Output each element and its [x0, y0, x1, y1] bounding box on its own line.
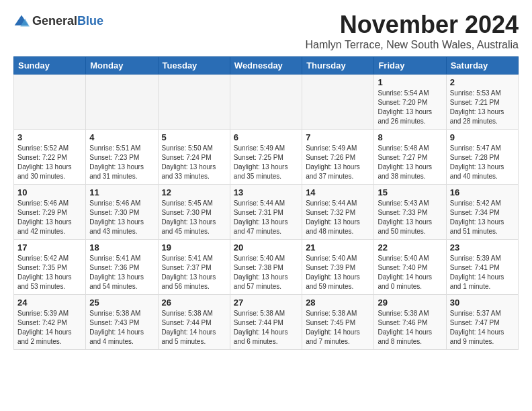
calendar-cell: 25Sunrise: 5:38 AM Sunset: 7:43 PM Dayli… — [86, 295, 158, 350]
day-number: 17 — [17, 242, 82, 253]
day-info: Sunrise: 5:39 AM Sunset: 7:42 PM Dayligh… — [17, 309, 82, 347]
day-number: 15 — [378, 187, 442, 197]
calendar-cell: 4Sunrise: 5:51 AM Sunset: 7:23 PM Daylig… — [86, 130, 158, 185]
day-number: 28 — [306, 298, 370, 308]
month-title: November 2024 — [306, 11, 519, 39]
weekday-header-monday: Monday — [86, 57, 158, 75]
logo-icon — [13, 13, 30, 28]
calendar-cell: 12Sunrise: 5:45 AM Sunset: 7:30 PM Dayli… — [158, 185, 230, 240]
day-number: 24 — [17, 298, 82, 308]
day-number: 2 — [450, 77, 515, 87]
calendar-cell: 28Sunrise: 5:38 AM Sunset: 7:45 PM Dayli… — [302, 295, 374, 350]
day-info: Sunrise: 5:46 AM Sunset: 7:29 PM Dayligh… — [17, 199, 82, 236]
day-number: 6 — [234, 132, 298, 142]
day-number: 30 — [450, 298, 515, 308]
day-info: Sunrise: 5:48 AM Sunset: 7:27 PM Dayligh… — [378, 144, 442, 181]
day-number: 25 — [89, 298, 154, 308]
day-info: Sunrise: 5:44 AM Sunset: 7:31 PM Dayligh… — [234, 199, 298, 236]
calendar-cell: 1Sunrise: 5:54 AM Sunset: 7:20 PM Daylig… — [374, 75, 446, 130]
calendar-cell — [230, 75, 302, 130]
calendar-cell: 19Sunrise: 5:41 AM Sunset: 7:37 PM Dayli… — [158, 240, 230, 295]
week-row-3: 10Sunrise: 5:46 AM Sunset: 7:29 PM Dayli… — [14, 185, 519, 240]
day-info: Sunrise: 5:53 AM Sunset: 7:21 PM Dayligh… — [450, 89, 515, 126]
day-number: 13 — [234, 187, 298, 197]
calendar-cell: 9Sunrise: 5:47 AM Sunset: 7:28 PM Daylig… — [446, 130, 518, 185]
calendar-cell: 17Sunrise: 5:42 AM Sunset: 7:35 PM Dayli… — [14, 240, 86, 295]
week-row-4: 17Sunrise: 5:42 AM Sunset: 7:35 PM Dayli… — [14, 240, 519, 295]
day-info: Sunrise: 5:50 AM Sunset: 7:24 PM Dayligh… — [162, 144, 226, 181]
weekday-header-tuesday: Tuesday — [158, 57, 230, 75]
calendar-cell: 6Sunrise: 5:49 AM Sunset: 7:25 PM Daylig… — [230, 130, 302, 185]
day-info: Sunrise: 5:39 AM Sunset: 7:41 PM Dayligh… — [450, 254, 515, 291]
logo-blue: Blue — [77, 14, 103, 28]
day-number: 21 — [306, 242, 370, 253]
day-info: Sunrise: 5:51 AM Sunset: 7:23 PM Dayligh… — [89, 144, 154, 181]
calendar-cell: 10Sunrise: 5:46 AM Sunset: 7:29 PM Dayli… — [14, 185, 86, 240]
day-info: Sunrise: 5:54 AM Sunset: 7:20 PM Dayligh… — [378, 89, 442, 126]
calendar-cell — [14, 75, 86, 130]
weekday-header-row: SundayMondayTuesdayWednesdayThursdayFrid… — [14, 57, 519, 75]
day-info: Sunrise: 5:41 AM Sunset: 7:36 PM Dayligh… — [89, 254, 154, 291]
day-number: 19 — [162, 242, 226, 253]
day-number: 23 — [450, 242, 515, 253]
day-info: Sunrise: 5:38 AM Sunset: 7:44 PM Dayligh… — [234, 309, 298, 347]
day-number: 12 — [162, 187, 226, 197]
week-row-1: 1Sunrise: 5:54 AM Sunset: 7:20 PM Daylig… — [14, 75, 519, 130]
day-number: 27 — [234, 298, 298, 308]
location-title: Hamlyn Terrace, New South Wales, Austral… — [306, 39, 519, 51]
calendar-cell: 27Sunrise: 5:38 AM Sunset: 7:44 PM Dayli… — [230, 295, 302, 350]
weekday-header-wednesday: Wednesday — [230, 57, 302, 75]
calendar-cell: 13Sunrise: 5:44 AM Sunset: 7:31 PM Dayli… — [230, 185, 302, 240]
logo: GeneralBlue — [13, 13, 103, 28]
day-info: Sunrise: 5:49 AM Sunset: 7:25 PM Dayligh… — [234, 144, 298, 181]
day-number: 20 — [234, 242, 298, 253]
calendar-cell: 15Sunrise: 5:43 AM Sunset: 7:33 PM Dayli… — [374, 185, 446, 240]
week-row-2: 3Sunrise: 5:52 AM Sunset: 7:22 PM Daylig… — [14, 130, 519, 185]
day-info: Sunrise: 5:52 AM Sunset: 7:22 PM Dayligh… — [17, 144, 82, 181]
day-info: Sunrise: 5:38 AM Sunset: 7:43 PM Dayligh… — [89, 309, 154, 347]
day-info: Sunrise: 5:42 AM Sunset: 7:35 PM Dayligh… — [17, 254, 82, 291]
calendar-cell: 16Sunrise: 5:42 AM Sunset: 7:34 PM Dayli… — [446, 185, 518, 240]
day-info: Sunrise: 5:40 AM Sunset: 7:39 PM Dayligh… — [306, 254, 370, 291]
weekday-header-saturday: Saturday — [446, 57, 518, 75]
day-number: 29 — [378, 298, 442, 308]
calendar: SundayMondayTuesdayWednesdayThursdayFrid… — [13, 56, 519, 350]
weekday-header-sunday: Sunday — [14, 57, 86, 75]
day-info: Sunrise: 5:38 AM Sunset: 7:44 PM Dayligh… — [162, 309, 226, 347]
day-info: Sunrise: 5:38 AM Sunset: 7:46 PM Dayligh… — [378, 309, 442, 347]
day-info: Sunrise: 5:46 AM Sunset: 7:30 PM Dayligh… — [89, 199, 154, 236]
calendar-cell: 30Sunrise: 5:37 AM Sunset: 7:47 PM Dayli… — [446, 295, 518, 350]
day-number: 16 — [450, 187, 515, 197]
day-info: Sunrise: 5:40 AM Sunset: 7:40 PM Dayligh… — [378, 254, 442, 291]
day-info: Sunrise: 5:44 AM Sunset: 7:32 PM Dayligh… — [306, 199, 370, 236]
calendar-cell: 22Sunrise: 5:40 AM Sunset: 7:40 PM Dayli… — [374, 240, 446, 295]
calendar-cell: 11Sunrise: 5:46 AM Sunset: 7:30 PM Dayli… — [86, 185, 158, 240]
calendar-cell: 14Sunrise: 5:44 AM Sunset: 7:32 PM Dayli… — [302, 185, 374, 240]
day-number: 7 — [306, 132, 370, 142]
day-number: 11 — [89, 187, 154, 197]
day-number: 5 — [162, 132, 226, 142]
day-number: 22 — [378, 242, 442, 253]
calendar-cell: 29Sunrise: 5:38 AM Sunset: 7:46 PM Dayli… — [374, 295, 446, 350]
day-info: Sunrise: 5:41 AM Sunset: 7:37 PM Dayligh… — [162, 254, 226, 291]
header: GeneralBlue November 2024 Hamlyn Terrace… — [13, 11, 519, 51]
day-number: 1 — [378, 77, 442, 87]
day-number: 3 — [17, 132, 82, 142]
calendar-cell: 21Sunrise: 5:40 AM Sunset: 7:39 PM Dayli… — [302, 240, 374, 295]
calendar-cell: 3Sunrise: 5:52 AM Sunset: 7:22 PM Daylig… — [14, 130, 86, 185]
day-number: 14 — [306, 187, 370, 197]
day-info: Sunrise: 5:42 AM Sunset: 7:34 PM Dayligh… — [450, 199, 515, 236]
calendar-cell — [86, 75, 158, 130]
calendar-cell: 26Sunrise: 5:38 AM Sunset: 7:44 PM Dayli… — [158, 295, 230, 350]
day-info: Sunrise: 5:43 AM Sunset: 7:33 PM Dayligh… — [378, 199, 442, 236]
day-info: Sunrise: 5:49 AM Sunset: 7:26 PM Dayligh… — [306, 144, 370, 181]
calendar-cell — [302, 75, 374, 130]
day-number: 8 — [378, 132, 442, 142]
day-info: Sunrise: 5:47 AM Sunset: 7:28 PM Dayligh… — [450, 144, 515, 181]
weekday-header-friday: Friday — [374, 57, 446, 75]
calendar-cell: 18Sunrise: 5:41 AM Sunset: 7:36 PM Dayli… — [86, 240, 158, 295]
calendar-cell — [158, 75, 230, 130]
day-number: 4 — [89, 132, 154, 142]
day-number: 18 — [89, 242, 154, 253]
day-info: Sunrise: 5:40 AM Sunset: 7:38 PM Dayligh… — [234, 254, 298, 291]
